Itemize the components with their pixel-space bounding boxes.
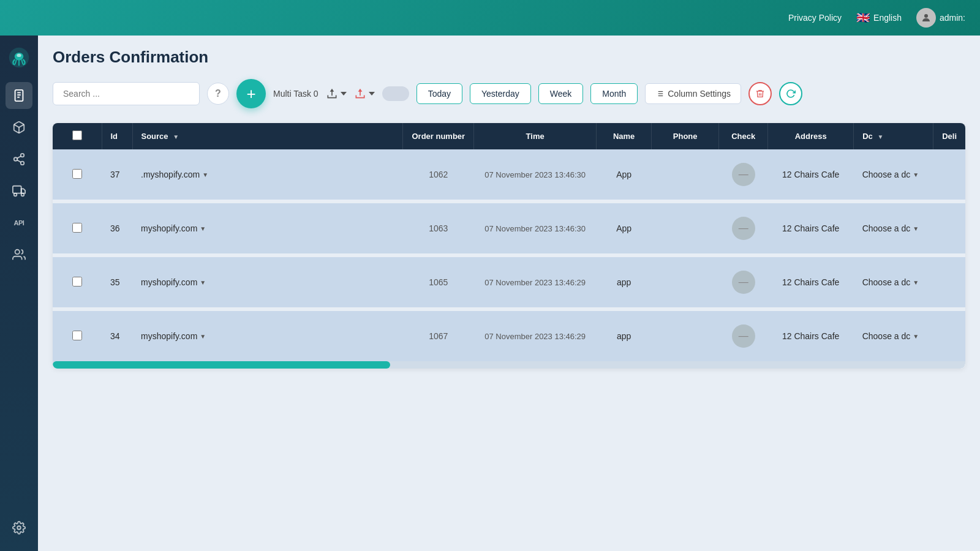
row-check-2[interactable]: — <box>719 255 768 309</box>
chevron-down-icon-1 <box>341 91 347 97</box>
svg-rect-14 <box>13 186 21 193</box>
row-name-2: app <box>597 255 652 309</box>
delete-button[interactable] <box>748 82 772 105</box>
th-check-label: Check <box>731 132 755 141</box>
sidebar-item-orders[interactable] <box>6 82 32 109</box>
th-phone-label: Phone <box>673 132 698 141</box>
table-row: 37 .myshopify.com ▼ 1062 07 November 202… <box>53 149 965 201</box>
row-deli-2 <box>933 255 965 309</box>
row-checkbox-0[interactable] <box>72 169 82 179</box>
row-name-1: App <box>597 201 652 255</box>
toolbar: ? + Multi Task 0 Today <box>53 79 965 108</box>
th-source[interactable]: Source ▼ <box>132 123 403 149</box>
row-dc-0[interactable]: Choose a dc ▼ <box>854 149 933 201</box>
row-check-3[interactable]: — <box>719 309 768 361</box>
th-dc-label: Dc <box>862 132 873 141</box>
select-all-checkbox[interactable] <box>72 130 82 140</box>
upload-icon-1 <box>326 88 338 100</box>
language-selector[interactable]: 🇬🇧 English <box>856 11 902 24</box>
dc-value-3: Choose a dc <box>862 331 911 341</box>
th-name: Name <box>597 123 652 149</box>
th-time: Time <box>474 123 597 149</box>
api-label: API <box>14 219 24 227</box>
row-address-3: 12 Chairs Cafe <box>768 309 854 361</box>
row-address-2: 12 Chairs Cafe <box>768 255 854 309</box>
sidebar-item-integrations[interactable] <box>6 146 32 173</box>
th-deli: Deli <box>933 123 965 149</box>
upload-button-1[interactable] <box>326 88 347 100</box>
yesterday-button[interactable]: Yesterday <box>470 83 531 104</box>
privacy-policy-link[interactable]: Privacy Policy <box>788 13 842 23</box>
svg-point-10 <box>14 157 18 161</box>
app-logo[interactable] <box>7 45 31 70</box>
horizontal-scrollbar[interactable] <box>53 361 965 369</box>
svg-line-13 <box>17 156 21 159</box>
month-button[interactable]: Month <box>590 83 638 104</box>
sidebar-item-settings[interactable] <box>6 514 32 541</box>
row-checkbox-cell[interactable] <box>53 201 102 255</box>
row-order-2: 1065 <box>403 255 474 309</box>
row-checkbox-3[interactable] <box>72 331 82 340</box>
row-id-0: 37 <box>102 149 132 201</box>
sidebar-item-users[interactable] <box>6 241 32 268</box>
row-checkbox-2[interactable] <box>72 277 82 287</box>
row-check-0[interactable]: — <box>719 149 768 201</box>
th-select-all[interactable] <box>53 123 102 149</box>
row-deli-1 <box>933 201 965 255</box>
svg-point-3 <box>17 54 21 57</box>
help-button[interactable]: ? <box>207 83 229 105</box>
admin-menu[interactable]: admin: <box>916 8 965 28</box>
row-address-1: 12 Chairs Cafe <box>768 201 854 255</box>
sidebar-item-vehicles[interactable] <box>6 178 32 204</box>
table-row: 36 myshopify.com ▼ 1063 07 November 2023… <box>53 201 965 255</box>
row-source-2[interactable]: myshopify.com ▼ <box>132 255 403 309</box>
th-order-label: Order number <box>412 132 465 141</box>
row-source-3[interactable]: myshopify.com ▼ <box>132 309 403 361</box>
dc-value-1: Choose a dc <box>862 223 911 233</box>
row-source-0[interactable]: .myshopify.com ▼ <box>132 149 403 201</box>
th-id[interactable]: Id <box>102 123 132 149</box>
search-input[interactable] <box>53 82 200 105</box>
svg-marker-20 <box>369 92 375 96</box>
column-settings-label: Column Settings <box>668 89 731 99</box>
row-checkbox-cell[interactable] <box>53 149 102 201</box>
add-button[interactable]: + <box>236 79 266 108</box>
check-circle-2: — <box>732 271 755 294</box>
admin-label: admin: <box>940 13 965 23</box>
row-dc-3[interactable]: Choose a dc ▼ <box>854 309 933 361</box>
sidebar-item-api[interactable]: API <box>6 209 32 236</box>
column-settings-button[interactable]: Column Settings <box>645 83 741 104</box>
today-button[interactable]: Today <box>417 83 462 104</box>
add-icon: + <box>246 86 255 102</box>
check-circle-3: — <box>732 324 755 348</box>
row-dc-2[interactable]: Choose a dc ▼ <box>854 255 933 309</box>
th-order-number: Order number <box>403 123 474 149</box>
refresh-button[interactable] <box>779 82 802 105</box>
language-label: English <box>873 13 902 23</box>
row-dc-1[interactable]: Choose a dc ▼ <box>854 201 933 255</box>
topbar: Privacy Policy 🇬🇧 English admin: <box>0 0 980 36</box>
row-phone-1 <box>652 201 719 255</box>
source-dropdown-icon-2: ▼ <box>200 279 206 286</box>
th-deli-label: Deli <box>942 132 957 141</box>
row-checkbox-cell[interactable] <box>53 255 102 309</box>
source-value-1: myshopify.com <box>141 223 197 233</box>
row-checkbox-1[interactable] <box>72 223 82 233</box>
row-source-1[interactable]: myshopify.com ▼ <box>132 201 403 255</box>
row-check-1[interactable]: — <box>719 201 768 255</box>
week-button[interactable]: Week <box>538 83 584 104</box>
multi-task-label: Multi Task 0 <box>273 89 318 99</box>
row-time-0: 07 November 2023 13:46:30 <box>474 149 597 201</box>
th-dc[interactable]: Dc ▼ <box>854 123 933 149</box>
svg-point-0 <box>924 14 928 18</box>
source-sort-icon: ▼ <box>173 133 179 140</box>
th-phone: Phone <box>652 123 719 149</box>
sidebar-item-packages[interactable] <box>6 114 32 141</box>
scrollbar-thumb[interactable] <box>53 361 390 369</box>
svg-point-18 <box>17 526 21 530</box>
upload-button-2[interactable] <box>354 88 375 100</box>
th-source-label: Source <box>141 132 168 141</box>
toggle-switch[interactable] <box>382 86 409 101</box>
th-check-col: Check <box>719 123 768 149</box>
row-checkbox-cell[interactable] <box>53 309 102 361</box>
